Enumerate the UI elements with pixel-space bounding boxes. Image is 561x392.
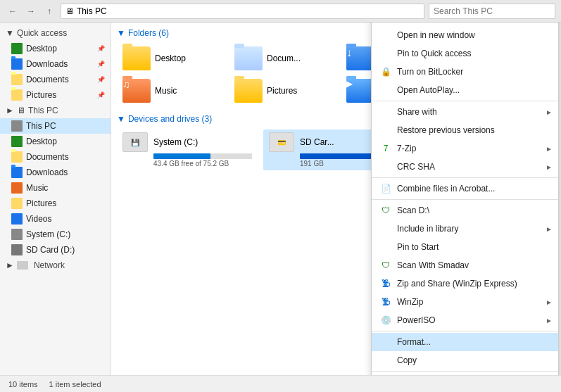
folder-desktop[interactable]: Desktop	[117, 44, 226, 73]
restore-icon	[380, 125, 391, 136]
ctx-smadav-label: Scan With Smadav	[397, 260, 550, 270]
ctx-winzip[interactable]: 🗜 WinZip ►	[372, 293, 558, 311]
ctx-copy[interactable]: Copy	[372, 351, 558, 369]
documents-folder-icon	[234, 46, 263, 70]
submenu-arrow: ►	[546, 298, 553, 306]
address-bar[interactable]: 🖥 This PC	[61, 4, 424, 19]
drive-bar-fill	[153, 153, 210, 159]
sidebar-item-desktop-pc[interactable]: Desktop	[0, 134, 111, 149]
sidebar-item-pictures-pc[interactable]: Pictures	[0, 196, 111, 211]
sidebar-quick-access-header[interactable]: ▼ Quick access	[0, 25, 111, 41]
ctx-pin-label: Pin to Quick access	[397, 49, 550, 58]
folder-label: Pictures	[267, 86, 297, 96]
sidebar-item-documents-pc[interactable]: Documents	[0, 149, 111, 165]
devices-section-label: Devices and drives (3)	[128, 114, 212, 124]
downloads-pc-icon	[11, 167, 23, 178]
system-pc-icon	[11, 229, 23, 240]
ctx-bitlocker-label: Turn on BitLocker	[397, 67, 550, 77]
separator-4	[372, 331, 558, 331]
sidebar-item-label: Pictures	[26, 90, 56, 100]
up-button[interactable]: ↑	[42, 4, 56, 18]
folder-pictures[interactable]: Pictures	[229, 76, 338, 106]
downloads-folder-icon: ↓	[346, 46, 374, 70]
bitlocker-icon: 🔒	[380, 66, 391, 77]
ctx-create-shortcut[interactable]: Create shortcut	[372, 373, 558, 375]
ctx-share-label: Share with	[397, 107, 550, 117]
ctx-combine-acrobat[interactable]: 📄 Combine files in Acrobat...	[372, 179, 558, 198]
ctx-include-library[interactable]: Include in library ►	[372, 220, 558, 238]
ctx-pin-quick-access[interactable]: Pin to Quick access	[372, 44, 558, 63]
ctx-bitlocker[interactable]: 🔒 Turn on BitLocker	[372, 63, 558, 81]
sidebar-item-label: Downloads	[26, 167, 68, 177]
chevron-down-icon: ▼	[117, 114, 125, 124]
sidebar-network-header[interactable]: ► Network	[0, 258, 111, 273]
ctx-poweriso[interactable]: 💿 PowerISO ►	[372, 311, 558, 329]
sidebar-item-music-pc[interactable]: Music	[0, 180, 111, 196]
ctx-crc-sha[interactable]: CRC SHA ►	[372, 158, 558, 176]
documents-icon	[11, 74, 23, 85]
sdcard-pc-icon	[11, 244, 23, 255]
pin-icon: 📌	[97, 45, 105, 52]
desktop-icon	[11, 43, 23, 54]
separator-2	[372, 177, 558, 178]
sidebar-item-downloads-pc[interactable]: Downloads	[0, 165, 111, 180]
folder-music[interactable]: ♫ Music	[117, 76, 226, 106]
ctx-open-new-window[interactable]: Open in new window	[372, 26, 558, 44]
poweriso-icon: 💿	[380, 315, 391, 326]
sidebar-item-system-pc[interactable]: System (C:)	[0, 227, 111, 242]
ctx-share-with[interactable]: Share with ►	[372, 103, 558, 121]
pin-icon	[380, 48, 391, 59]
chevron-right-icon: ►	[6, 260, 14, 270]
content-area: ▼ Folders (6) Desktop Docum... ↓ Downloa…	[111, 23, 561, 375]
ctx-poweriso-label: PowerISO	[397, 315, 550, 325]
sidebar-item-label: Desktop	[26, 137, 57, 146]
ctx-scan-smadav[interactable]: 🛡 Scan With Smadav	[372, 256, 558, 274]
ctx-winzip-share[interactable]: 🗜 Zip and Share (WinZip Express)	[372, 274, 558, 293]
drive-label: System (C:)	[153, 137, 198, 147]
ctx-open-new-label: Open in new window	[397, 30, 550, 40]
sidebar-item-documents-qa[interactable]: Documents 📌	[0, 72, 111, 87]
back-button[interactable]: ←	[6, 4, 20, 18]
forward-button[interactable]: →	[24, 4, 38, 18]
acrobat-icon: 📄	[380, 183, 391, 194]
ctx-scan-d-label: Scan D:\	[397, 206, 550, 215]
copy-icon	[380, 355, 391, 366]
drive-system-c[interactable]: 💾 System (C:) 43.4 GB free of 75.2 GB	[117, 129, 258, 170]
thispc-small-icon	[11, 120, 23, 132]
ctx-library-label: Include in library	[397, 224, 550, 234]
sidebar-item-desktop-qa[interactable]: Desktop 📌	[0, 41, 111, 56]
thispc-label: This PC	[28, 106, 58, 115]
ctx-format[interactable]: Format...	[372, 333, 558, 351]
sidebar-item-downloads-qa[interactable]: Downloads 📌	[0, 56, 111, 72]
winzip-share-icon: 🗜	[380, 278, 391, 289]
chevron-right-icon: ►	[6, 106, 14, 115]
network-label: Network	[34, 260, 65, 270]
sidebar-item-sdcard-pc[interactable]: SD Card (D:)	[0, 242, 111, 258]
sidebar-item-thispc[interactable]: This PC	[0, 118, 111, 134]
ctx-autoplay[interactable]: Open AutoPlay...	[372, 81, 558, 99]
titlebar: ← → ↑ 🖥 This PC	[0, 0, 561, 23]
ctx-7zip[interactable]: 7 7-Zip ►	[372, 139, 558, 158]
smadav2-icon: 🛡	[380, 260, 391, 271]
sidebar-item-label: This PC	[26, 121, 56, 131]
separator-3	[372, 199, 558, 200]
downloads-icon	[11, 58, 23, 70]
library-icon	[380, 223, 391, 234]
submenu-arrow: ►	[546, 108, 553, 116]
ctx-pin-start[interactable]: Pin to Start	[372, 238, 558, 256]
submenu-arrow: ►	[546, 225, 553, 233]
drive-size-text: 43.4 GB free of 75.2 GB	[153, 160, 252, 167]
pin-icon: 📌	[97, 91, 105, 99]
folder-documents[interactable]: Docum...	[229, 44, 338, 73]
context-menu: Open Open in new window Pin to Quick acc…	[371, 23, 559, 375]
ctx-restore-versions[interactable]: Restore previous versions	[372, 121, 558, 139]
sidebar-thispc-header[interactable]: ► 🖥 This PC	[0, 103, 111, 118]
ctx-scan-d[interactable]: 🛡 Scan D:\	[372, 201, 558, 220]
desktop-pc-icon	[11, 136, 23, 147]
selected-count: 1 item selected	[49, 380, 101, 388]
search-input[interactable]	[429, 4, 555, 19]
sidebar-item-pictures-qa[interactable]: Pictures 📌	[0, 87, 111, 103]
sidebar-item-videos-pc[interactable]: Videos	[0, 211, 111, 227]
item-count: 10 items	[8, 380, 38, 388]
ctx-format-label: Format...	[397, 337, 550, 347]
